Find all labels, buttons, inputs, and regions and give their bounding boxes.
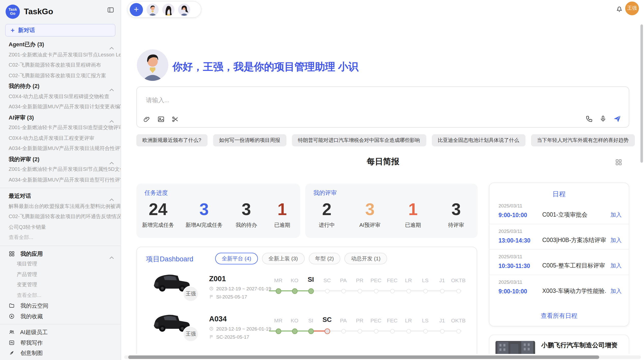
section-my-review[interactable]: 我的评审 (2) [0,154,121,164]
list-item[interactable]: C0X4-动力总成开发项目SI里程碑提交物检查 [0,91,121,102]
view-all-recent[interactable]: 查看全部... [0,232,121,243]
assistant-avatar [137,49,168,81]
user-avatar[interactable]: 王强 [625,2,639,15]
stat-in-progress: 2 进行中 [315,200,339,229]
scissors-icon[interactable] [171,115,179,123]
tab-new-platform[interactable]: 全新平台 (4) [215,253,258,264]
plus-icon: + [11,26,14,34]
bell-icon[interactable] [616,5,623,15]
schedule-time: 13:00-14:30 [499,237,542,243]
send-icon[interactable] [613,114,622,123]
avatar[interactable] [147,3,159,16]
list-item[interactable]: C02-飞腾新能源轻客改款项目的闭环通告反馈情况 [0,212,121,222]
list-item[interactable]: A034-全新新能源MUV产品开发项目法规符合性评审 [0,143,121,154]
scrollbar-thumb[interactable] [128,355,599,359]
grid-icon[interactable] [615,159,622,168]
sidebar-item-product-mgmt[interactable]: 产品管理 [0,269,121,280]
milestone-dot-done [308,288,314,294]
vertical-scrollbar-thumb[interactable] [640,24,643,163]
schedule-date: 2025/03/11 [499,203,622,208]
chevron-up-icon [109,84,114,91]
view-all-schedule-link[interactable]: 查看所有日程 [489,312,629,320]
new-chat-button[interactable]: + 新对话 [5,24,115,37]
project-code: A034 [209,315,227,323]
list-item[interactable]: A034-全新新能源MUV产品开发项目造型可行性评审 [0,175,121,185]
news-title: 小鹏飞行汽车制造公司增资 [541,341,625,350]
list-item[interactable]: Z001-全新燃油皮卡产品开发项目SI节点Lesson Learn报告 [0,50,121,60]
sidebar-item-cloud-space[interactable]: 我的云空间 [0,301,121,311]
mic-icon[interactable] [599,115,607,123]
sidebar-item-change-mgmt[interactable]: 变更管理 [0,280,121,290]
phone-icon[interactable] [586,115,593,123]
project-row[interactable]: 王强 A034 2023-12-19 ~ 2026-01-19 SC-2025-… [137,310,477,350]
section-recent-chats[interactable]: 最近对话 [0,191,121,201]
sidebar-item-ai-super-staff[interactable]: AI超级员工 [0,327,121,337]
tab-powertrain[interactable]: 动总开发 (1) [345,253,387,264]
tab-model-year[interactable]: 年型 (2) [309,253,341,264]
composer [136,86,629,128]
suggestion-chip[interactable]: 欧洲新规最近颁布了什么? [136,134,207,146]
milestone-dot-overdue [324,328,330,334]
stat-overdue: 1 已逾期 [401,200,425,229]
milestone-dot [423,329,428,333]
schedule-date: 2025/03/11 [499,254,622,259]
milestone-dot [390,289,394,293]
card-title: 任务进度 [144,189,168,197]
milestone-dot [456,289,461,293]
list-item[interactable]: C0X4-动力总成开发项目工程变更评审 [0,133,121,143]
sidebar: Task Go TaskGo + 新对话 Agent已办 (3) Z001-全新… [0,0,121,360]
suggestion-chip[interactable]: 如何写一份清晰的项目周报 [213,134,286,146]
sidebar-item-project-mgmt[interactable]: 项目管理 [0,259,121,269]
milestone-dot-done [292,288,297,294]
avatar[interactable] [178,3,190,16]
suggestion-chip[interactable]: 比亚迪全固态电池计划具体说了什么 [432,134,525,146]
panel-toggle-icon[interactable] [107,6,114,16]
divider [0,188,121,188]
stat-new-done: 24 新增完成任务 [142,200,174,229]
section-my-todo[interactable]: 我的待办 (2) [0,81,121,91]
milestone-dot [341,289,346,293]
clock-icon [209,326,214,331]
list-item[interactable]: 解释最新出台的欧盟报废车法规再生塑料比例被调至15%... [0,201,121,212]
list-item[interactable]: 公司Q3轻卡销量 [0,222,121,232]
section-my-apps[interactable]: 我的应用 [0,248,121,259]
join-button[interactable]: 加入 [610,287,622,295]
suggestion-chip[interactable]: 特朗普可能对进口汽车增税会对中国车企造成哪些影响 [292,134,426,146]
sidebar-item-creative-drawing[interactable]: 创意制图 [0,348,121,358]
star-badge-icon [9,312,15,321]
suggestion-chip[interactable]: 当下年轻人对汽车外观有怎样的喜好趋势 [531,134,635,146]
view-all-apps[interactable]: 查看全部... [0,290,121,301]
image-icon[interactable] [157,115,165,123]
join-button[interactable]: 加入 [610,236,622,244]
avatar[interactable] [162,3,174,16]
project-row[interactable]: 王强 Z001 2023-12-19 ~ 2027-01-19 SI-2025-… [137,269,477,310]
tab-new-body[interactable]: 全新上装 (3) [262,253,305,264]
folder-icon [9,302,15,311]
dashboard-title: 项目Dashboard [146,255,193,264]
divider [0,245,121,246]
pen-icon [9,349,15,358]
join-button[interactable]: 加入 [610,211,622,219]
milestone-dot [341,329,346,333]
section-agent-done[interactable]: Agent已办 (3) [0,39,121,50]
list-item[interactable]: C02-飞腾新能源轻客改款项目里程碑画布 [0,60,121,70]
join-button[interactable]: 加入 [610,262,622,269]
list-item[interactable]: Z001-全新燃油轻卡产品开发项目SI节点属性5D文件评审 [0,164,121,175]
milestone-dot [440,329,444,333]
paperclip-icon[interactable] [143,115,151,123]
list-item[interactable]: A034-全新新能源MUV产品开发项目计划变更表编写 [0,102,121,112]
flag-icon [209,335,214,339]
chevron-up-icon [109,43,114,50]
chat-input[interactable] [145,96,401,104]
list-item[interactable]: C02-飞腾新能源轻客改款项目立项汇报方案 [0,70,121,81]
add-conversation-button[interactable]: + [130,3,143,16]
milestone-dot [374,329,378,333]
milestone-dot [374,289,378,293]
sidebar-item-favorites[interactable]: 我的收藏 [0,311,121,321]
sidebar-item-help-me-write[interactable]: 帮我写作 [0,337,121,348]
owner-badge: 王强 [183,286,199,302]
section-ai-review[interactable]: AI评审 (3) [0,112,121,123]
schedule-meeting-title: C003|H0B-方案冻结评审 [542,236,606,244]
list-item[interactable]: Z001-全新燃油轻卡产品开发项目SI造型提交物评审 [0,123,121,133]
schedule-time: 10:30-11:30 [499,263,542,269]
